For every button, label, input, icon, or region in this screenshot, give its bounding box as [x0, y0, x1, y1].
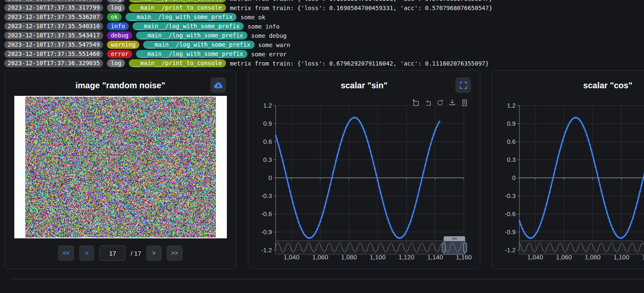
timestamp-badge: 2023-12-10T17:37:35.540310	[4, 22, 103, 30]
svg-text:0.3: 0.3	[507, 156, 516, 163]
log-level-badge: debug	[107, 32, 132, 40]
svg-text:0.9: 0.9	[507, 120, 516, 127]
section-divider	[11, 279, 644, 279]
timestamp-badge: 2023-12-10T17:37:35.551460	[4, 50, 103, 58]
log-module-badge: __main__/print_to_console	[129, 4, 226, 12]
log-module-badge: __main__/print_to_console	[129, 0, 226, 3]
cos-chart-area: 1.20.90.60.30-0.3-0.6-0.9-1.21,0401,0601…	[493, 99, 644, 266]
svg-text:1,040: 1,040	[527, 253, 543, 261]
svg-text:1,080: 1,080	[585, 253, 601, 261]
image-card-title: image "random noise"	[5, 71, 236, 90]
log-message: metrix from train: {'loss': 0.1690584700…	[230, 0, 492, 2]
first-page-button[interactable]: <<	[58, 245, 74, 261]
log-level-badge: warning	[107, 41, 139, 49]
timestamp-badge: 2023-12-10T17:37:35.317799	[4, 4, 103, 12]
console-log-panel: 2023-12-10T17:37:35.317799log__main__/pr…	[0, 0, 644, 67]
svg-text:1,160: 1,160	[456, 253, 472, 261]
log-message: some info	[247, 23, 279, 30]
svg-text:-0.9: -0.9	[261, 228, 272, 235]
svg-text:-0.6: -0.6	[505, 210, 516, 217]
datazoom-window[interactable]	[444, 241, 465, 254]
svg-text:0: 0	[512, 174, 516, 181]
zoom-reset-icon[interactable]	[424, 99, 431, 106]
log-row: 2023-12-10T17:37:35.543417debug__main__/…	[4, 32, 644, 40]
sin-chart-area: 1.20.90.60.30-0.3-0.6-0.9-1.21,0401,0601…	[249, 99, 480, 266]
log-level-badge: info	[107, 22, 129, 30]
sin-card-header: scalar "sin"	[248, 71, 480, 92]
log-row: 2023-12-10T17:37:35.547549warning__main_…	[4, 41, 644, 49]
image-card: image "random noise" << < / 17 > >>	[4, 70, 237, 269]
last-page-button[interactable]: >>	[167, 245, 183, 261]
svg-text:0.6: 0.6	[263, 138, 272, 145]
page-number-input[interactable]	[99, 245, 125, 261]
zoom-select-icon[interactable]	[412, 99, 419, 106]
svg-text:-1.2: -1.2	[505, 246, 516, 253]
cos-chart-plot[interactable]: 1.20.90.60.30-0.3-0.6-0.9-1.21,0401,0601…	[493, 99, 644, 264]
datazoom-handle-right[interactable]	[463, 243, 467, 252]
svg-text:-0.9: -0.9	[505, 228, 516, 235]
log-level-badge: log	[107, 4, 125, 12]
download-image-button[interactable]	[210, 77, 226, 93]
restore-icon[interactable]	[436, 99, 444, 106]
image-card-header: image "random noise"	[5, 71, 236, 92]
svg-text:1,100: 1,100	[613, 253, 629, 261]
timestamp-badge: 2023-12-10T17:37:35.543417	[4, 32, 103, 40]
timestamp-badge: 2023-12-10T17:37:35.547549	[4, 41, 103, 49]
markdown-heading: Header	[11, 290, 644, 293]
svg-text:1,040: 1,040	[284, 253, 300, 261]
log-message: metrix from train: {'loss': 0.6796292079…	[230, 60, 489, 67]
sin-chart-card: scalar "sin" 1.20.90.60.30-0.3-0.6-0.9-1…	[248, 70, 480, 269]
svg-text:1,060: 1,060	[556, 253, 572, 261]
random-noise-image	[25, 97, 216, 238]
svg-text:0.3: 0.3	[263, 156, 272, 163]
svg-text:0: 0	[269, 174, 272, 181]
log-level-badge: ok	[107, 13, 122, 21]
log-level-badge: error	[107, 50, 132, 58]
log-row: 2023-12-10T17:37:36.329035log__main__/pr…	[4, 59, 644, 67]
log-level-badge: log	[107, 59, 125, 67]
log-module-badge: __main__/log_with_some_prefix	[143, 41, 254, 49]
datazoom-handle-left[interactable]	[442, 243, 445, 252]
log-message: some warn	[258, 42, 290, 48]
svg-text:-1.2: -1.2	[261, 246, 272, 253]
page-total-label: / 17	[130, 250, 141, 257]
save-image-icon[interactable]	[449, 99, 456, 106]
svg-text:1,140: 1,140	[427, 253, 443, 261]
log-message: metrix from train: {'loss': 0.1690584700…	[230, 5, 492, 11]
log-module-badge: __main__/log_with_some_prefix	[133, 22, 244, 30]
log-module-badge: __main__/print_to_console	[129, 59, 226, 67]
fullscreen-button[interactable]	[455, 77, 471, 93]
svg-text:1,120: 1,120	[399, 253, 415, 261]
data-view-icon[interactable]	[461, 99, 468, 106]
timestamp-badge: 2023-12-10T17:37:35.317799	[4, 0, 103, 3]
log-module-badge: __main__/log_with_some_prefix	[136, 50, 247, 58]
chart-toolbar	[412, 99, 468, 106]
log-row: 2023-12-10T17:37:35.317799log__main__/pr…	[4, 4, 644, 12]
svg-text:1,120: 1,120	[642, 253, 644, 261]
sin-card-title: scalar "sin"	[248, 71, 480, 90]
prev-page-button[interactable]: <	[79, 245, 94, 261]
svg-text:-0.3: -0.3	[505, 192, 516, 199]
log-message: some debug	[251, 32, 287, 39]
log-row: 2023-12-10T17:37:35.317799log__main__/pr…	[4, 0, 644, 3]
log-module-badge: __main__/log_with_some_prefix	[125, 13, 237, 21]
log-module-badge: __main__/log_with_some_prefix	[136, 32, 247, 40]
cards-row: image "random noise" << < / 17 > >> scal…	[0, 70, 644, 269]
cos-card-title: scalar "cos"	[492, 71, 644, 90]
cos-card-header: scalar "cos"	[492, 71, 644, 92]
svg-text:-0.3: -0.3	[261, 192, 272, 199]
svg-text:-0.6: -0.6	[261, 210, 272, 217]
image-pagination: << < / 17 > >>	[5, 245, 236, 261]
log-row: 2023-12-10T17:37:35.551460error__main__/…	[4, 50, 644, 58]
cloud-download-icon	[213, 81, 224, 90]
sin-chart-plot[interactable]: 1.20.90.60.30-0.3-0.6-0.9-1.21,0401,0601…	[249, 99, 479, 264]
next-page-button[interactable]: >	[146, 245, 162, 261]
fullscreen-icon	[460, 82, 467, 89]
svg-text:1,060: 1,060	[312, 253, 328, 261]
svg-text:1.2: 1.2	[263, 102, 272, 109]
svg-text:1.2: 1.2	[507, 102, 516, 109]
image-plate	[14, 96, 227, 238]
svg-text:0.9: 0.9	[263, 120, 272, 127]
log-message: some ok	[240, 14, 265, 21]
log-message: some error	[251, 51, 287, 58]
